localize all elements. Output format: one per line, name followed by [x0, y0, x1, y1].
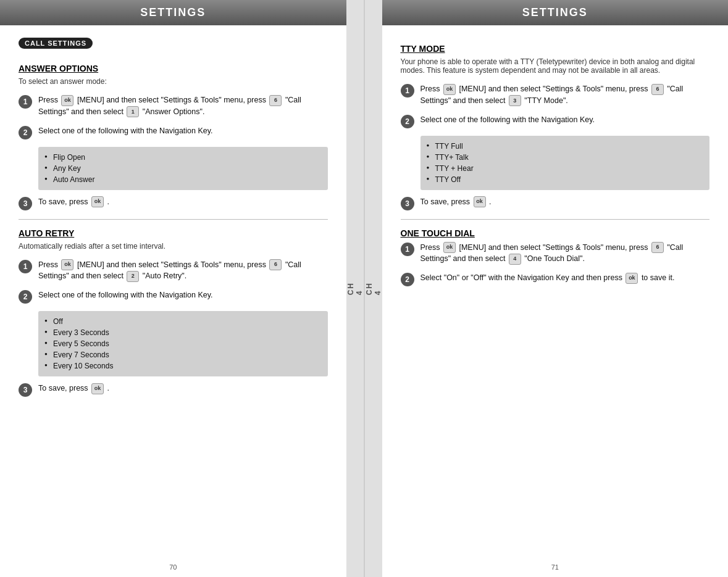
answer-step-1-text: Press ok [MENU] and then select "Setting… [38, 94, 328, 118]
option-key-1: 1 [127, 106, 139, 117]
answer-options-steps: 1 Press ok [MENU] and then select "Setti… [19, 94, 328, 210]
to-save-label-1: To save, press [38, 197, 90, 206]
menu-num-key-retry: 6 [269, 259, 282, 270]
press-label-otd: Press [420, 243, 442, 252]
answer-options-list: Flip Open Any Key Auto Answer [38, 147, 328, 190]
answer-step-2-text: Select one of the following with the Nav… [38, 125, 213, 137]
retry-step-num-2: 2 [19, 290, 32, 304]
menu-num-key-tty: 6 [651, 84, 664, 95]
option-off: Off [53, 316, 319, 327]
option-key-tty: 3 [509, 95, 521, 106]
auto-retry-subtitle: Automatically redials after a set time i… [19, 242, 328, 251]
auto-retry-title: AUTO RETRY [19, 228, 328, 238]
left-panel: SETTINGS CALL SETTINGS ANSWER OPTIONS To… [0, 0, 364, 577]
option-any-key: Any Key [53, 163, 319, 174]
otd-step-num-1: 1 [401, 243, 414, 256]
menu-num-key-otd: 6 [651, 242, 664, 253]
auto-retry-steps: 1 Press ok [MENU] and then select "Setti… [19, 259, 328, 397]
left-page-footer: 70 [0, 560, 346, 577]
option-auto-answer: Auto Answer [53, 174, 319, 185]
step-num-2: 2 [19, 126, 32, 139]
retry-step-1-text: Press ok [MENU] and then select "Setting… [38, 259, 328, 283]
tty-mode-subtitle: Your phone is able to operate with a TTY… [401, 57, 710, 75]
option-key-retry: 2 [127, 271, 139, 282]
otd-step-1-text: Press ok [MENU] and then select "Setting… [420, 242, 710, 265]
press-label-1: Press [38, 96, 60, 104]
answer-step-3-text: To save, press ok . [38, 196, 109, 208]
section-divider-2 [401, 219, 710, 220]
retry-step-2: 2 Select one of the following with the N… [19, 289, 328, 304]
ok-key-save-tty: ok [474, 196, 486, 207]
retry-step-num-1: 1 [19, 260, 32, 273]
answer-options-subtitle: To select an answer mode: [19, 77, 328, 86]
retry-step-1: 1 Press ok [MENU] and then select "Setti… [19, 259, 328, 283]
press-label-retry: Press [38, 260, 60, 269]
option-every-5: Every 5 Seconds [53, 338, 319, 349]
step-num-3: 3 [19, 197, 32, 210]
tty-step-2-text: Select one of the following with the Nav… [420, 114, 595, 126]
ok-key-otd: ok [443, 242, 456, 253]
step-num-1: 1 [19, 95, 32, 109]
menu-num-key-1: 6 [269, 95, 282, 106]
answer-options-text: "Answer Options". [143, 107, 205, 116]
tty-step-1: 1 Press ok [MENU] and then select "Setti… [401, 83, 710, 107]
tty-step-2: 2 Select one of the following with the N… [401, 114, 710, 128]
retry-step-3: 3 To save, press ok . [19, 383, 328, 397]
left-header: SETTINGS [0, 0, 346, 25]
otd-step-1: 1 Press ok [MENU] and then select "Setti… [401, 242, 710, 265]
tty-step-3: 3 To save, press ok . [401, 196, 710, 210]
right-chapter: CH4 [365, 0, 382, 577]
right-header: SETTINGS [382, 0, 729, 25]
tty-step-num-1: 1 [401, 84, 414, 98]
tty-step-1-text: Press ok [MENU] and then select "Setting… [420, 83, 710, 107]
left-content: CALL SETTINGS ANSWER OPTIONS To select a… [0, 38, 346, 560]
answer-step-2: 2 Select one of the following with the N… [19, 125, 328, 139]
auto-retry-options-list: Off Every 3 Seconds Every 5 Seconds Ever… [38, 311, 328, 376]
tty-step-3-text: To save, press ok . [420, 196, 492, 208]
ok-key-save-1: ok [91, 196, 104, 207]
press-label-tty: Press [420, 85, 442, 93]
tty-step-num-2: 2 [401, 115, 414, 128]
otd-step-2: 2 Select "On" or "Off" with the Navigati… [401, 272, 710, 286]
right-page-footer: 71 [382, 560, 729, 577]
ok-key-tty: ok [443, 84, 456, 95]
answer-options-title: ANSWER OPTIONS [19, 64, 328, 73]
answer-step-3: 3 To save, press ok . [19, 196, 328, 210]
retry-step-3-text: To save, press ok . [38, 383, 109, 394]
ok-key-1: ok [61, 95, 73, 106]
ok-key-save-retry: ok [91, 383, 104, 394]
one-touch-dial-title: ONE TOUCH DIAL [401, 228, 710, 238]
section-divider-1 [19, 219, 328, 220]
ok-key-retry: ok [61, 259, 73, 270]
right-content: TTY MODE Your phone is able to operate w… [382, 38, 729, 560]
right-panel: CH4 SETTINGS TTY MODE Your phone is able… [365, 0, 729, 577]
menu-text-1: [MENU] and then select "Settings & Tools… [77, 96, 269, 104]
left-chapter: CH4 [346, 0, 364, 577]
tty-mode-title: TTY MODE [401, 44, 710, 54]
call-settings-badge: CALL SETTINGS [19, 38, 93, 49]
option-key-otd: 4 [509, 254, 521, 265]
ok-key-otd-save: ok [625, 273, 638, 284]
option-every-3: Every 3 Seconds [53, 327, 319, 338]
tty-step-num-3: 3 [401, 197, 414, 210]
option-tty-hear: TTY + Hear [435, 163, 701, 174]
option-every-7: Every 7 Seconds [53, 349, 319, 360]
tty-steps: 1 Press ok [MENU] and then select "Setti… [401, 83, 710, 210]
otd-steps: 1 Press ok [MENU] and then select "Setti… [401, 242, 710, 287]
otd-step-num-2: 2 [401, 273, 414, 286]
retry-step-2-text: Select one of the following with the Nav… [38, 289, 213, 301]
option-tty-talk: TTY+ Talk [435, 152, 701, 163]
option-every-10: Every 10 Seconds [53, 360, 319, 372]
option-tty-full: TTY Full [435, 141, 701, 152]
option-flip-open: Flip Open [53, 152, 319, 163]
option-tty-off: TTY Off [435, 174, 701, 185]
tty-options-list: TTY Full TTY+ Talk TTY + Hear TTY Off [420, 136, 710, 190]
retry-step-num-3: 3 [19, 383, 32, 397]
answer-step-1: 1 Press ok [MENU] and then select "Setti… [19, 94, 328, 118]
otd-step-2-text: Select "On" or "Off" with the Navigation… [420, 272, 675, 284]
